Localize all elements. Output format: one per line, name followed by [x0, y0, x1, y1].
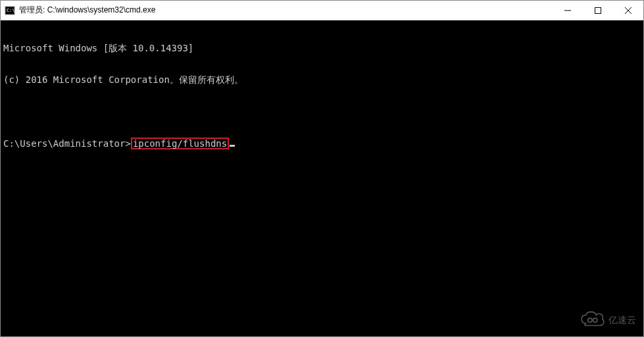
close-button[interactable] [613, 1, 643, 20]
watermark-text: 亿速云 [608, 315, 636, 326]
terminal-prompt-line: C:\Users\Administrator>ipconfig/flushdns [3, 138, 641, 149]
cloud-icon [580, 311, 605, 330]
minimize-button[interactable] [553, 1, 583, 20]
terminal-cursor [230, 145, 235, 147]
terminal-blank-line [3, 106, 641, 117]
window-controls [553, 1, 643, 20]
highlighted-command: ipconfig/flushdns [131, 138, 229, 149]
svg-text:C:\: C:\ [7, 8, 15, 13]
titlebar[interactable]: C:\ 管理员: C:\windows\system32\cmd.exe [1, 1, 643, 20]
svg-rect-3 [595, 7, 601, 13]
terminal-line: (c) 2016 Microsoft Corporation。保留所有权利。 [3, 74, 641, 85]
window-title: 管理员: C:\windows\system32\cmd.exe [19, 5, 553, 16]
svg-point-7 [593, 318, 597, 322]
terminal-line: Microsoft Windows [版本 10.0.14393] [3, 43, 641, 53]
cmd-icon: C:\ [5, 5, 15, 16]
svg-point-6 [588, 318, 592, 322]
cmd-window: C:\ 管理员: C:\windows\system32\cmd.exe Mic… [0, 0, 644, 337]
maximize-button[interactable] [583, 1, 613, 20]
terminal-area[interactable]: Microsoft Windows [版本 10.0.14393] (c) 20… [1, 20, 643, 336]
prompt: C:\Users\Administrator> [3, 138, 131, 149]
watermark: 亿速云 [580, 311, 636, 330]
